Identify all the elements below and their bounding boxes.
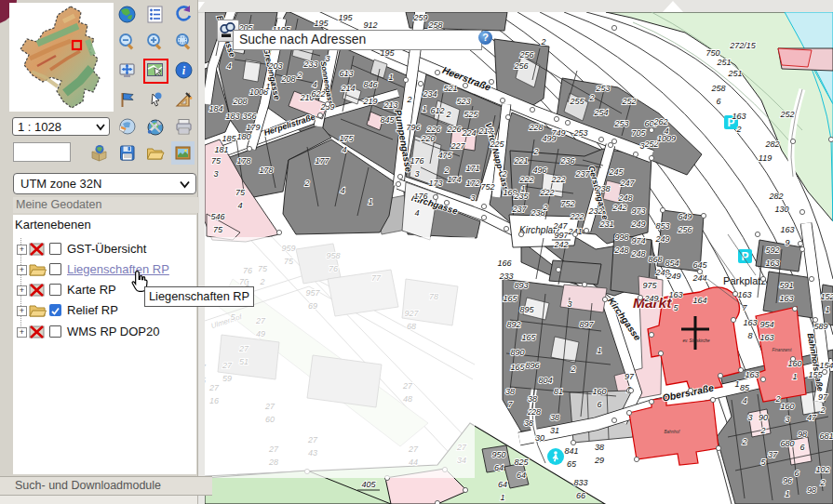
svg-text:645: 645	[692, 260, 707, 270]
svg-text:853: 853	[655, 221, 669, 231]
svg-text:2: 2	[445, 110, 450, 119]
svg-text:546: 546	[210, 212, 224, 221]
svg-text:75: 75	[235, 188, 246, 197]
svg-text:166: 166	[497, 259, 511, 268]
svg-text:214: 214	[340, 84, 355, 93]
svg-text:65: 65	[567, 459, 577, 469]
svg-text:6: 6	[794, 469, 799, 478]
svg-text:523: 523	[456, 97, 470, 106]
svg-text:66: 66	[576, 491, 585, 500]
svg-text:4: 4	[414, 208, 419, 218]
svg-text:234: 234	[422, 89, 437, 99]
svg-text:4: 4	[237, 201, 242, 210]
svg-text:165: 165	[510, 363, 525, 372]
svg-text:173: 173	[428, 179, 442, 188]
svg-text:705: 705	[631, 128, 646, 138]
svg-text:841: 841	[564, 446, 578, 456]
svg-text:164: 164	[692, 296, 706, 305]
svg-text:282: 282	[764, 139, 779, 149]
svg-text:222: 222	[569, 212, 584, 221]
svg-text:184: 184	[208, 104, 222, 113]
svg-text:854: 854	[665, 259, 678, 268]
svg-text:97: 97	[818, 392, 828, 402]
svg-text:180: 180	[236, 132, 250, 141]
svg-text:220: 220	[420, 134, 435, 143]
svg-text:163: 163	[743, 318, 757, 327]
svg-text:64: 64	[494, 463, 504, 472]
svg-text:251: 251	[727, 69, 742, 78]
svg-text:225: 225	[489, 139, 504, 149]
svg-text:102: 102	[815, 465, 829, 474]
svg-text:183: 183	[225, 112, 239, 121]
svg-text:1: 1	[825, 305, 829, 314]
svg-text:2: 2	[406, 95, 411, 104]
svg-text:2: 2	[759, 426, 765, 435]
svg-text:3: 3	[325, 54, 329, 63]
svg-text:890: 890	[510, 348, 524, 357]
svg-text:155: 155	[808, 370, 823, 379]
svg-text:475: 475	[437, 151, 452, 160]
svg-text:160: 160	[592, 387, 606, 396]
svg-text:1: 1	[785, 489, 789, 498]
svg-text:38: 38	[505, 387, 515, 396]
svg-text:954: 954	[759, 320, 773, 329]
svg-text:30: 30	[535, 433, 544, 443]
svg-text:1: 1	[792, 372, 797, 381]
svg-text:242: 242	[553, 240, 568, 249]
svg-text:3: 3	[639, 141, 644, 151]
svg-text:1: 1	[500, 493, 504, 502]
svg-text:825: 825	[514, 458, 529, 467]
svg-text:98: 98	[798, 430, 807, 439]
svg-text:222: 222	[539, 188, 554, 197]
svg-text:998: 998	[614, 232, 628, 242]
svg-text:130: 130	[774, 205, 788, 214]
svg-text:75: 75	[213, 225, 223, 234]
svg-text:4: 4	[742, 396, 746, 405]
svg-text:221: 221	[513, 156, 528, 166]
svg-text:499: 499	[542, 134, 556, 143]
svg-text:227: 227	[450, 141, 465, 151]
svg-text:64: 64	[498, 480, 507, 489]
svg-text:Finanzamt: Finanzamt	[772, 348, 792, 352]
svg-text:622: 622	[311, 89, 325, 99]
svg-text:356: 356	[242, 112, 256, 121]
svg-text:6: 6	[597, 400, 601, 409]
svg-text:28: 28	[531, 407, 541, 417]
svg-text:233: 233	[498, 272, 513, 281]
svg-text:228: 228	[528, 123, 543, 132]
svg-text:1: 1	[388, 73, 393, 82]
svg-text:163: 163	[780, 225, 794, 234]
svg-text:2: 2	[735, 125, 741, 134]
svg-text:2: 2	[588, 93, 594, 102]
svg-text:592: 592	[765, 245, 779, 255]
svg-text:177: 177	[315, 156, 329, 166]
svg-text:282: 282	[768, 192, 783, 201]
svg-text:Bahnhof: Bahnhof	[665, 430, 681, 434]
svg-text:226: 226	[446, 125, 461, 134]
svg-text:262: 262	[652, 117, 667, 126]
svg-text:2: 2	[443, 166, 449, 175]
svg-text:3: 3	[747, 413, 752, 422]
svg-text:38: 38	[595, 443, 604, 452]
svg-text:2: 2	[303, 179, 309, 188]
svg-text:2: 2	[532, 147, 538, 156]
svg-text:259: 259	[412, 13, 427, 22]
svg-text:256: 256	[518, 50, 533, 60]
svg-text:247: 247	[552, 221, 568, 231]
svg-text:6: 6	[716, 97, 720, 106]
svg-text:217: 217	[477, 126, 493, 136]
svg-text:163: 163	[732, 112, 746, 121]
svg-text:845: 845	[380, 115, 395, 125]
svg-text:249: 249	[665, 272, 680, 281]
svg-text:846: 846	[363, 80, 377, 89]
svg-text:P: P	[741, 250, 748, 263]
svg-text:97: 97	[625, 372, 635, 381]
svg-text:222: 222	[518, 175, 533, 184]
svg-text:950: 950	[491, 450, 505, 459]
svg-text:256: 256	[513, 61, 528, 71]
svg-text:244: 244	[692, 273, 706, 283]
svg-text:804: 804	[538, 376, 552, 385]
svg-text:973: 973	[631, 206, 645, 216]
svg-text:176: 176	[413, 192, 427, 201]
svg-text:238: 238	[595, 184, 610, 193]
